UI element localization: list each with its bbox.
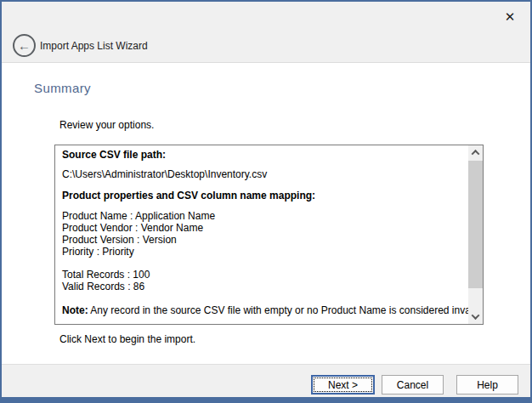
vertical-scrollbar[interactable]: [468, 145, 483, 324]
window-bottom-border: [2, 397, 530, 401]
chevron-down-icon: [472, 311, 480, 320]
intro-text: Review your options.: [59, 119, 154, 131]
footer-bar: [2, 364, 530, 400]
total-records: Total Records : 100: [62, 269, 461, 281]
summary-box: Source CSV file path: C:\Users\Administr…: [54, 145, 484, 325]
note-text: Any record in the source CSV file with e…: [90, 304, 484, 316]
note-line: Note: Any record in the source CSV file …: [62, 304, 461, 316]
chevron-up-icon: [472, 150, 480, 158]
source-path-value: C:\Users\Administrator\Desktop\Inventory…: [62, 168, 461, 180]
page-title: Summary: [34, 81, 91, 95]
mapping-priority: Priority : Priority: [62, 246, 461, 258]
scrollbar-thumb[interactable]: [468, 161, 483, 288]
wizard-header: ✕ ← Import Apps List Wizard: [2, 2, 530, 63]
cancel-button[interactable]: Cancel: [382, 375, 444, 394]
close-button[interactable]: ✕: [500, 7, 520, 27]
mapping-heading: Product properties and CSV column name m…: [62, 190, 461, 202]
note-label: Note:: [62, 304, 88, 316]
close-icon: ✕: [505, 9, 516, 25]
next-button[interactable]: Next >: [311, 375, 375, 394]
source-path-heading: Source CSV file path:: [62, 149, 461, 161]
wizard-title: Import Apps List Wizard: [40, 40, 148, 52]
wizard-window: ✕ ← Import Apps List Wizard Summary Revi…: [0, 0, 532, 403]
scrollbar-up-button[interactable]: [468, 145, 483, 160]
mapping-product-version: Product Version : Version: [62, 234, 461, 246]
valid-records: Valid Records : 86: [62, 281, 461, 292]
help-button[interactable]: Help: [456, 375, 518, 394]
mapping-product-name: Product Name : Application Name: [62, 210, 461, 222]
hint-text: Click Next to begin the import.: [59, 333, 195, 345]
mapping-product-vendor: Product Vendor : Vendor Name: [62, 222, 461, 234]
back-button[interactable]: ←: [13, 34, 36, 57]
scrollbar-down-button[interactable]: [468, 309, 483, 324]
back-arrow-icon: ←: [18, 39, 31, 52]
